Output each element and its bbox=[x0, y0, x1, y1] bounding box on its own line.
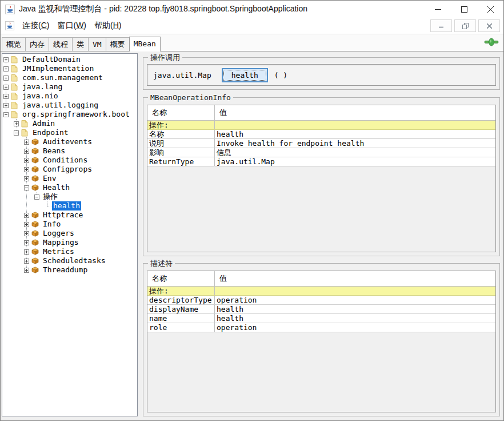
table-row[interactable]: displayNamehealth bbox=[147, 305, 495, 314]
expand-toggle-icon[interactable] bbox=[3, 103, 9, 108]
expand-toggle-icon[interactable] bbox=[14, 121, 19, 126]
invoke-health-button[interactable]: health bbox=[222, 68, 268, 82]
tree-item-defaultdomain[interactable]: DefaultDomain bbox=[2, 55, 137, 64]
tree-item-loggers[interactable]: Loggers bbox=[2, 229, 137, 238]
collapse-toggle-icon[interactable] bbox=[24, 185, 29, 190]
tab-mbean[interactable]: MBean bbox=[129, 37, 161, 51]
menu-item-h[interactable]: 帮助(H) bbox=[91, 19, 125, 32]
tree-item-label: JMImplementation bbox=[21, 64, 95, 73]
value-cell: health bbox=[215, 314, 495, 323]
minimize-button[interactable] bbox=[425, 1, 451, 18]
tree-item-endpoint[interactable]: Endpoint bbox=[2, 128, 137, 137]
tree-item-label: Loggers bbox=[42, 229, 75, 238]
expand-toggle-icon[interactable] bbox=[24, 249, 29, 255]
tree-item-com-sun-management[interactable]: com.sun.management bbox=[2, 73, 137, 82]
folder-icon bbox=[11, 101, 19, 109]
tree-item-threaddump[interactable]: Threaddump bbox=[2, 265, 137, 275]
tab-线程[interactable]: 线程 bbox=[49, 37, 73, 51]
column-header[interactable]: 名称 bbox=[147, 271, 215, 286]
table-row[interactable]: descriptorTypeoperation bbox=[147, 296, 495, 305]
table-row[interactable]: 操作: bbox=[147, 121, 495, 130]
tab-概要[interactable]: 概要 bbox=[106, 37, 130, 51]
collapse-toggle-icon[interactable] bbox=[3, 112, 9, 117]
tree-item-metrics[interactable]: Metrics bbox=[2, 247, 137, 256]
expand-toggle-icon[interactable] bbox=[24, 176, 29, 181]
expand-toggle-icon[interactable] bbox=[24, 149, 29, 154]
group-title: MBeanOperationInfo bbox=[148, 93, 233, 102]
mbean-detail-panel: 操作调用 java.util.Map health ( ) MBeanOpera… bbox=[141, 53, 502, 416]
folder-icon bbox=[11, 55, 19, 63]
tree-item-conditions[interactable]: Conditions bbox=[2, 156, 137, 165]
expand-toggle-icon[interactable] bbox=[24, 222, 29, 227]
expand-toggle-icon[interactable] bbox=[24, 240, 29, 245]
tree-item-java-nio[interactable]: java.nio bbox=[2, 92, 137, 101]
tree-item-configprops[interactable]: Configprops bbox=[2, 165, 137, 174]
expand-toggle-icon[interactable] bbox=[3, 85, 9, 90]
table-row[interactable]: roleoperation bbox=[147, 323, 495, 332]
tree-item-java-util-logging[interactable]: java.util.logging bbox=[2, 101, 137, 110]
mbean-cube-icon bbox=[31, 148, 39, 154]
tree-item-env[interactable]: Env bbox=[2, 174, 137, 183]
column-header[interactable]: 值 bbox=[215, 105, 495, 120]
tree-item-info[interactable]: Info bbox=[2, 220, 137, 229]
tree-item-auditevents[interactable]: Auditevents bbox=[2, 137, 137, 146]
menu-item-w[interactable]: 窗口(W) bbox=[54, 19, 90, 32]
tree-item-mappings[interactable]: Mappings bbox=[2, 238, 137, 247]
close-button[interactable] bbox=[477, 1, 503, 18]
operation-invoke-row: java.util.Map health ( ) bbox=[147, 64, 496, 86]
table-row[interactable]: 名称health bbox=[147, 130, 495, 139]
expand-toggle-icon[interactable] bbox=[24, 167, 29, 172]
column-header[interactable]: 名称 bbox=[147, 105, 215, 120]
descriptor-table: 名称值操作:descriptorTypeoperationdisplayName… bbox=[147, 271, 496, 412]
expand-toggle-icon[interactable] bbox=[24, 231, 29, 236]
tree-item-label: java.util.logging bbox=[21, 101, 99, 110]
expand-toggle-icon[interactable] bbox=[24, 140, 29, 145]
tree-item-jmimplementation[interactable]: JMImplementation bbox=[2, 64, 137, 73]
expand-toggle-icon[interactable] bbox=[3, 94, 9, 99]
table-row[interactable]: 影响信息 bbox=[147, 148, 495, 157]
maximize-button[interactable] bbox=[451, 1, 477, 18]
mbean-cube-icon bbox=[31, 221, 39, 228]
name-cell: 名称 bbox=[147, 130, 215, 138]
menu-item-c[interactable]: 连接(C) bbox=[19, 19, 53, 32]
tree-item-label: 操作 bbox=[42, 192, 59, 201]
expand-toggle-icon[interactable] bbox=[3, 76, 9, 81]
tree-item-java-lang[interactable]: java.lang bbox=[2, 82, 137, 92]
table-row[interactable]: 说明Invoke health for endpoint health bbox=[147, 139, 495, 148]
caption-controls bbox=[425, 1, 503, 18]
frame-close-button[interactable] bbox=[478, 19, 500, 32]
tree-item-health[interactable]: health bbox=[2, 201, 137, 210]
table-row[interactable]: ReturnTypejava.util.Map bbox=[147, 157, 495, 166]
table-row[interactable]: namehealth bbox=[147, 314, 495, 323]
tab-类[interactable]: 类 bbox=[72, 37, 89, 51]
expand-toggle-icon[interactable] bbox=[3, 66, 9, 72]
collapse-toggle-icon[interactable] bbox=[14, 130, 19, 136]
operation-return-type: java.util.Map bbox=[153, 71, 211, 80]
expand-toggle-icon[interactable] bbox=[24, 213, 29, 218]
tree-item-httptrace[interactable]: Httptrace bbox=[2, 210, 137, 220]
name-cell: 操作: bbox=[147, 287, 215, 295]
table-row[interactable]: 操作: bbox=[147, 287, 495, 296]
tree-item-health[interactable]: Health bbox=[2, 183, 137, 192]
tab-vm[interactable]: VM bbox=[88, 37, 106, 51]
tree-item-label: java.nio bbox=[21, 92, 59, 101]
expand-toggle-icon[interactable] bbox=[3, 57, 9, 62]
frame-minimize-button[interactable] bbox=[430, 19, 452, 32]
tree-item-scheduledtasks[interactable]: Scheduledtasks bbox=[2, 256, 137, 265]
expand-toggle-icon[interactable] bbox=[24, 158, 29, 163]
value-cell bbox=[215, 287, 495, 295]
tree-item-beans[interactable]: Beans bbox=[2, 146, 137, 156]
tree-item-org-springframework-boot[interactable]: org.springframework.boot bbox=[2, 110, 137, 119]
tree-item-admin[interactable]: Admin bbox=[2, 119, 137, 128]
expand-toggle-icon[interactable] bbox=[24, 268, 29, 273]
tab-内存[interactable]: 内存 bbox=[25, 37, 49, 51]
tab-概览[interactable]: 概览 bbox=[2, 37, 26, 51]
collapse-toggle-icon[interactable] bbox=[34, 194, 39, 200]
tree-item--[interactable]: 操作 bbox=[2, 192, 137, 201]
folder-icon bbox=[11, 92, 19, 100]
column-header[interactable]: 值 bbox=[215, 271, 495, 286]
mbean-cube-icon bbox=[31, 257, 39, 264]
expand-toggle-icon[interactable] bbox=[24, 259, 29, 264]
frame-restore-button[interactable] bbox=[454, 19, 476, 32]
window-title: Java 监视和管理控制台 - pid: 20228 top.fjy8018.s… bbox=[19, 4, 307, 14]
